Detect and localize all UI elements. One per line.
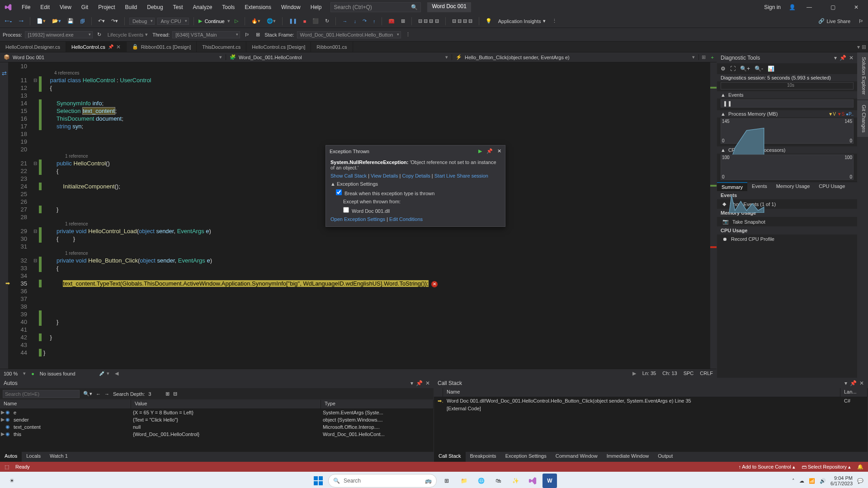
app-insights-combo[interactable]: Application Insights ▾ [496,17,547,25]
breakpoints-tab[interactable]: Breakpoints [466,452,501,462]
menu-project[interactable]: Project [94,2,119,12]
take-snapshot-button[interactable]: 📷Take Snapshot [717,217,857,226]
autos-dropdown[interactable]: ▾ [410,380,413,386]
section-toggle-icon[interactable]: ▲ [721,147,726,153]
diag-zoomout-icon[interactable]: 🔍- [755,66,763,72]
command-window-tab[interactable]: Command Window [551,452,602,462]
stop-all-button[interactable]: ⬛ [311,17,321,25]
start-without-debug-button[interactable]: ▷ [233,17,240,25]
global-search[interactable]: Search (Ctrl+Q) 🔍 [330,2,421,12]
split-button[interactable]: ⊞ [699,54,708,60]
autos-search-button[interactable]: 🔍▾ [83,391,92,397]
save-all-button[interactable]: 🗐 [78,18,87,25]
back-button[interactable]: ⭠▾ [3,18,14,25]
view-details-link[interactable]: View Details [371,173,398,178]
step-out-button[interactable]: ↑ [371,18,377,25]
edge-button[interactable]: 🌐 [474,474,488,488]
autos-row[interactable]: ▶◉sender{Text = "Click Hello"}object {Sy… [0,416,434,423]
autos-tab[interactable]: Autos [0,452,22,462]
tab-ribbon-design[interactable]: 🔒Ribbon001.cs [Design] [127,42,197,52]
diag-close-button[interactable]: ✕ [849,55,854,61]
close-icon[interactable]: ✕ [116,44,121,50]
col-lang[interactable]: Lan... [840,388,868,397]
stackframe-combo[interactable]: Word_Doc_001.HelloControl.Hello_Button [297,31,401,38]
except-module-checkbox[interactable] [343,207,349,213]
output-tab[interactable]: Output [653,452,677,462]
tab-overflow-button[interactable]: ▾ [857,44,860,50]
diag-settings-icon[interactable]: ⚙ [721,66,726,72]
restart-button[interactable]: ↻ [323,17,331,25]
line-indicator[interactable]: Ln: 35 [642,371,656,376]
tab-add-button[interactable]: ⊞ [862,44,866,50]
notifications-button[interactable]: 🔔 [857,464,863,470]
notification-center-button[interactable]: 💬 [857,478,863,484]
copy-details-link[interactable]: Copy Details [402,173,430,178]
col-type[interactable]: Type [321,400,434,408]
callstack-dropdown[interactable]: ▾ [844,380,847,386]
debug-toolbar-overflow[interactable]: ⋮ [404,31,412,38]
pause-button[interactable]: ❚❚ [287,17,299,25]
autos-search-input[interactable] [3,390,80,398]
insights-icon[interactable]: 💡 [484,17,494,25]
align-button[interactable]: ⊞ [399,17,407,25]
exception-continue-button[interactable]: ▶ [478,148,482,154]
fold-margin[interactable]: ⊟ ⊟ ⊟ ⊟ [32,62,39,369]
codelens[interactable]: 4 references [43,70,710,76]
layout-tools-2[interactable]: ⊟ ⊟ ⊟ ⊟ [450,17,474,25]
weather-widget[interactable]: ☀ [5,474,19,488]
menu-view[interactable]: View [55,2,76,12]
health-indicator-icon[interactable]: 💉 ▾ [99,371,109,376]
section-toggle-icon[interactable]: ▲ [721,111,726,117]
exception-settings-tab[interactable]: Exception Settings [501,452,551,462]
stop-button[interactable]: ■ [302,18,308,25]
copilot-button[interactable]: ✨ [508,474,523,488]
layout-tools-1[interactable]: ⊟ ⊟ ⊟ ⊟ [416,17,440,25]
record-cpu-button[interactable]: ⏺Record CPU Profile [717,235,857,244]
col-value[interactable]: Value [131,400,321,408]
open-exception-settings-link[interactable]: Open Exception Settings [330,216,385,222]
new-item-button[interactable]: 📄▾ [35,17,47,25]
exception-icon[interactable]: ✕ [431,281,438,287]
edit-conditions-link[interactable]: Edit Conditions [389,216,423,222]
nav-class[interactable]: 🧩Word_Doc_001.HelloControl▾ [226,54,452,60]
autos-row[interactable]: ▶◉this{Word_Doc_001.HelloControl}Word_Do… [0,431,434,438]
diag-zoomin-icon[interactable]: 🔍+ [740,66,750,72]
git-changes-tab[interactable]: Git Changes [857,100,868,137]
wifi-icon[interactable]: 📶 [809,478,815,484]
continue-button[interactable]: ▶Continue▾ [198,18,230,24]
diag-expand-icon[interactable]: ⛶ [730,66,736,72]
process-combo[interactable]: [19932] winword.exe [25,31,93,38]
pin-icon[interactable]: 📌 [108,44,113,49]
nav-project[interactable]: 📦Word Doc 001▾ [0,54,226,60]
account-icon[interactable]: 👤 [789,4,796,10]
volume-icon[interactable]: 🔊 [820,478,826,484]
menu-debug[interactable]: Debug [142,2,167,12]
menu-extensions[interactable]: Extensions [240,2,276,12]
lifecycle-icon[interactable]: ↻ [95,31,103,38]
autos-row[interactable]: ◉text_contentnullMicrosoft.Office.Intero… [0,423,434,431]
section-toggle-icon[interactable]: ▲ [721,92,726,98]
tab-hellocontrol-design[interactable]: HelloControl.cs [Design] [246,42,311,52]
show-call-stack-link[interactable]: Show Call Stack [330,173,367,178]
menu-git[interactable]: Git [77,2,93,12]
break-when-thrown-checkbox[interactable] [336,189,342,195]
solution-explorer-tab[interactable]: Solution Explorer [857,52,868,99]
threads-icon[interactable]: ⊞ [254,31,262,38]
config-combo[interactable]: Debug [129,18,155,25]
cpu-chart[interactable]: 100 100 0 0 [721,155,854,180]
exception-pin-button[interactable]: 📌 [486,148,493,154]
toolbox-button[interactable]: 🧰 [387,17,396,25]
col-name[interactable]: Name [0,400,131,408]
issues-text[interactable]: No issues found [40,371,75,376]
lineending-indicator[interactable]: CRLF [700,371,713,376]
window-minimize-button[interactable]: — [799,0,819,14]
menu-tools[interactable]: Tools [217,2,239,12]
locals-tab[interactable]: Locals [22,452,45,462]
callstack-pin[interactable]: 📌 [850,380,857,386]
code-editor[interactable]: ⇄ 10 11121314151617181920 21222324252627… [0,62,717,369]
live-share-button[interactable]: 🔗 Live Share [816,17,852,25]
add-source-control-button[interactable]: ↑ Add to Source Control ▴ [738,464,795,470]
feedback-button[interactable]: 🏳 [857,18,865,25]
zoom-level[interactable]: 100 % [4,371,18,376]
exception-settings-label[interactable]: Exception Settings [337,181,378,187]
